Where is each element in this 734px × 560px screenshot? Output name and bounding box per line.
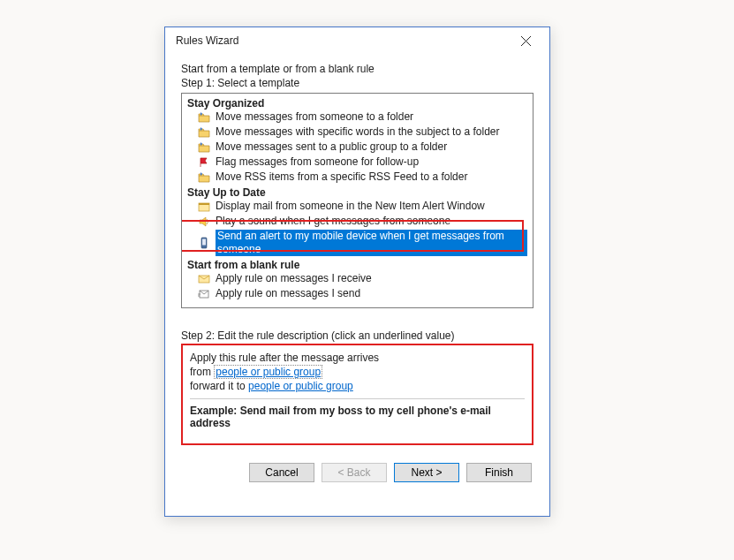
group-stay-up-to-date: Stay Up to Date (187, 186, 529, 199)
link-people-forward[interactable]: people or public group (248, 380, 353, 392)
intro-text: Start from a template or from a blank ru… (181, 63, 533, 75)
example-text: Example: Send mail from my boss to my ce… (190, 405, 525, 429)
folder-move-icon (198, 126, 210, 139)
template-item[interactable]: Move RSS items from a specific RSS Feed … (196, 170, 529, 185)
svg-rect-5 (202, 239, 206, 246)
step1-label: Step 1: Select a template (181, 77, 533, 89)
envelope-send-icon (198, 288, 210, 300)
next-button[interactable]: Next > (394, 463, 459, 482)
finish-button[interactable]: Finish (466, 463, 532, 482)
desc-apply-line: Apply this rule after the message arrive… (190, 351, 525, 365)
template-label: Play a sound when I get messages from so… (216, 215, 450, 228)
template-label: Send an alert to my mobile device when I… (216, 230, 527, 256)
close-icon (521, 36, 531, 46)
template-item[interactable]: Display mail from someone in the New Ite… (196, 199, 529, 214)
template-label: Move messages with specific words in the… (216, 125, 499, 139)
template-label: Display mail from someone in the New Ite… (216, 200, 485, 213)
template-label: Move messages sent to a public group to … (216, 140, 447, 154)
cancel-button[interactable]: Cancel (249, 463, 314, 482)
titlebar: Rules Wizard (165, 27, 549, 54)
group-stay-organized: Stay Organized (187, 97, 529, 110)
template-label: Flag messages from someone for follow-up (216, 155, 419, 169)
divider (190, 398, 525, 399)
desc-forward-prefix: forward it to (190, 380, 248, 392)
template-label: Move messages from someone to a folder (216, 110, 413, 124)
desc-from-prefix: from (190, 366, 214, 378)
template-item[interactable]: Flag messages from someone for follow-up (196, 155, 529, 170)
step2-label: Step 2: Edit the rule description (click… (181, 329, 533, 342)
dialog-content: Start from a template or from a blank ru… (165, 54, 549, 495)
group-blank-rule: Start from a blank rule (187, 259, 529, 271)
envelope-icon (198, 273, 210, 285)
desc-forward-line: forward it to people or public group (190, 379, 525, 393)
svg-rect-3 (199, 203, 209, 205)
template-item-selected[interactable]: Send an alert to my mobile device when I… (196, 229, 529, 257)
link-people-from[interactable]: people or public group (214, 365, 322, 379)
template-item[interactable]: Apply rule on messages I send (196, 286, 529, 301)
template-label: Apply rule on messages I send (216, 287, 360, 300)
sound-icon (198, 216, 210, 228)
template-item[interactable]: Move messages sent to a public group to … (196, 140, 529, 155)
mobile-icon (198, 237, 210, 249)
flag-icon (198, 156, 210, 169)
desc-from-line: from people or public group (190, 365, 525, 379)
close-button[interactable] (509, 28, 542, 53)
back-button[interactable]: < Back (322, 463, 387, 482)
rule-description-box: Apply this rule after the message arrive… (181, 344, 533, 445)
template-label: Apply rule on messages I receive (216, 272, 372, 285)
rules-wizard-dialog: Rules Wizard Start from a template or fr… (164, 26, 550, 517)
folder-move-icon (198, 111, 210, 124)
template-item[interactable]: Move messages from someone to a folder (196, 110, 529, 125)
template-item[interactable]: Move messages with specific words in the… (196, 125, 529, 140)
button-row: Cancel < Back Next > Finish (181, 463, 533, 482)
alert-window-icon (198, 201, 210, 213)
template-item[interactable]: Apply rule on messages I receive (196, 271, 529, 286)
template-item[interactable]: Play a sound when I get messages from so… (196, 214, 529, 229)
template-listbox[interactable]: Stay Organized Move messages from someon… (181, 93, 533, 308)
folder-move-icon (198, 141, 210, 154)
folder-move-icon (198, 171, 210, 184)
template-label: Move RSS items from a specific RSS Feed … (216, 170, 467, 184)
dialog-title: Rules Wizard (176, 34, 238, 47)
